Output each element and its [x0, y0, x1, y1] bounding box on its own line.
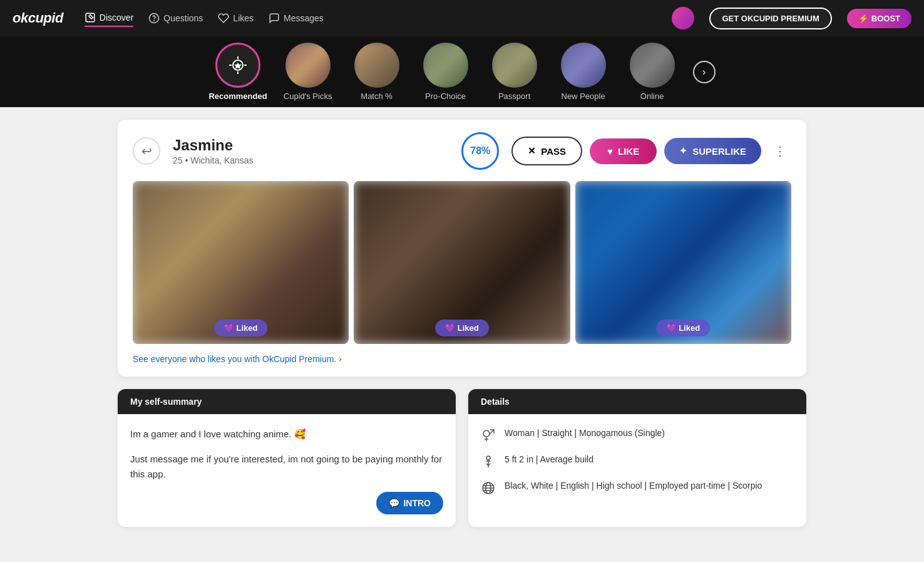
self-summary-body: Im a gamer and I love watching anime. 🥰 … — [118, 414, 456, 527]
detail-height: 5 ft 2 in | Average build — [481, 453, 794, 469]
profile-name: Jasmine — [173, 137, 449, 154]
photo-2: 💜 Liked — [354, 181, 570, 344]
self-summary-line2: Just message me if you're interested, im… — [130, 452, 443, 482]
category-label: New People — [562, 91, 605, 101]
intro-button[interactable]: 💬 INTRO — [376, 492, 443, 514]
categories-next-button[interactable]: › — [693, 61, 716, 83]
category-label: Online — [640, 91, 664, 101]
details-card: Details Woman | Straight | Monogamous (S… — [468, 389, 806, 527]
details-header: Details — [468, 389, 806, 414]
superlike-icon: ✦ — [679, 145, 687, 157]
user-avatar[interactable] — [672, 7, 694, 29]
app-logo: okcupid — [13, 10, 63, 26]
category-bar: Recommended Cupid's Picks Match % Pro-Ch… — [0, 36, 924, 107]
new-people-thumb — [561, 43, 606, 88]
category-label: Pro-Choice — [425, 91, 466, 101]
self-summary-card: My self-summary Im a gamer and I love wa… — [118, 389, 456, 527]
photo-1-badge: 💜 Liked — [214, 320, 268, 336]
height-icon — [481, 454, 496, 469]
category-match[interactable]: Match % — [349, 43, 405, 101]
profile-card: ↩ Jasmine 25 • Wichita, Kansas 78% ✕ PAS… — [118, 120, 806, 377]
gender-icon — [481, 428, 496, 443]
chat-icon: 💬 — [389, 498, 399, 508]
sun-icon — [227, 54, 249, 76]
more-options-button[interactable]: ⋮ — [769, 140, 791, 162]
self-summary-line1: Im a gamer and I love watching anime. 🥰 — [130, 427, 443, 442]
photo-2-badge: 💜 Liked — [435, 320, 489, 336]
online-thumb — [630, 43, 675, 88]
category-pro-choice[interactable]: Pro-Choice — [418, 43, 474, 101]
nav-discover[interactable]: Discover — [85, 9, 133, 27]
category-passport[interactable]: Passport — [486, 43, 543, 101]
cupids-picks-thumb — [285, 43, 331, 88]
undo-button[interactable]: ↩ — [133, 137, 160, 165]
lightning-icon: ⚡ — [858, 14, 868, 23]
self-summary-header: My self-summary — [118, 389, 456, 414]
x-icon: ✕ — [528, 145, 536, 157]
bottom-grid: My self-summary Im a gamer and I love wa… — [118, 389, 806, 527]
svg-point-8 — [483, 430, 490, 437]
photo-3: 💜 Liked — [575, 181, 791, 344]
nav-messages[interactable]: Messages — [269, 10, 324, 26]
photo-grid: 💜 Liked 💜 Liked 💜 Liked — [133, 181, 791, 344]
profile-header: ↩ Jasmine 25 • Wichita, Kansas 78% ✕ PAS… — [133, 132, 791, 170]
compass-icon — [85, 12, 96, 23]
premium-upsell-link[interactable]: See everyone who likes you with OkCupid … — [133, 354, 791, 364]
premium-button[interactable]: GET OKCUPID PREMIUM — [709, 8, 831, 29]
superlike-button[interactable]: ✦ SUPERLIKE — [664, 138, 761, 164]
category-cupids-picks[interactable]: Cupid's Picks — [280, 43, 336, 101]
category-online[interactable]: Online — [624, 43, 680, 101]
svg-point-2 — [154, 20, 155, 21]
match-percent-circle: 78% — [461, 132, 499, 170]
photo-3-badge: 💜 Liked — [657, 320, 711, 336]
category-label: Match % — [361, 91, 393, 101]
details-body: Woman | Straight | Monogamous (Single) 5… — [468, 414, 806, 518]
pass-button[interactable]: ✕ PASS — [511, 137, 582, 165]
questions-icon — [148, 13, 160, 24]
match-thumb — [354, 43, 399, 88]
nav-likes[interactable]: Likes — [218, 10, 254, 26]
globe-icon — [481, 481, 496, 496]
main-content: ↩ Jasmine 25 • Wichita, Kansas 78% ✕ PAS… — [105, 120, 819, 527]
profile-name-section: Jasmine 25 • Wichita, Kansas — [173, 137, 449, 165]
heart-pink-icon: ♥ — [607, 146, 613, 157]
nav-questions[interactable]: Questions — [148, 10, 203, 26]
detail-gender: Woman | Straight | Monogamous (Single) — [481, 427, 794, 443]
top-navigation: okcupid Discover Questions Likes Message… — [0, 0, 924, 36]
category-label: Cupid's Picks — [284, 91, 332, 101]
profile-location: 25 • Wichita, Kansas — [173, 155, 449, 165]
category-label: Recommended — [208, 91, 267, 101]
boost-button[interactable]: ⚡ BOOST — [847, 9, 911, 28]
svg-line-9 — [490, 430, 494, 434]
passport-thumb — [492, 43, 537, 88]
category-recommended[interactable]: Recommended — [208, 43, 267, 101]
photo-1: 💜 Liked — [133, 181, 349, 344]
recommended-thumb — [215, 43, 260, 88]
detail-background: Black, White | English | High school | E… — [481, 479, 794, 496]
pro-choice-thumb — [423, 43, 468, 88]
message-icon — [269, 13, 280, 24]
category-new-people[interactable]: New People — [555, 43, 612, 101]
action-buttons: ✕ PASS ♥ LIKE ✦ SUPERLIKE ⋮ — [511, 137, 791, 165]
like-button[interactable]: ♥ LIKE — [590, 138, 657, 164]
heart-icon — [218, 13, 229, 24]
category-label: Passport — [498, 91, 530, 101]
